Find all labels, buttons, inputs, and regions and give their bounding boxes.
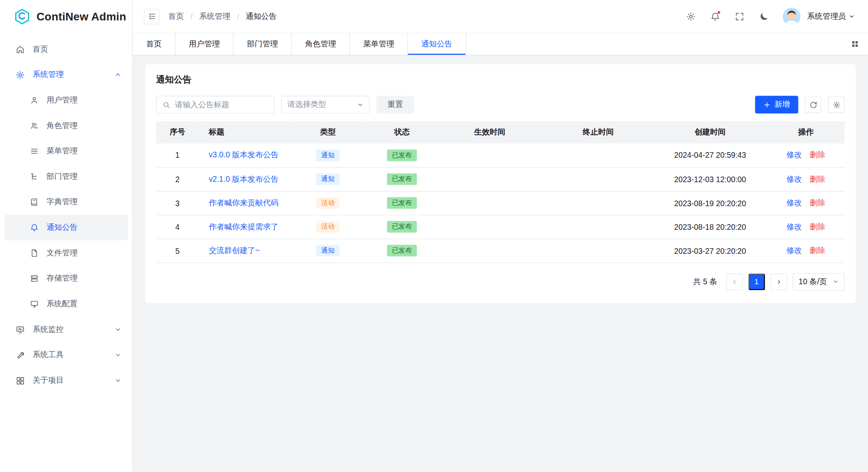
delete-link[interactable]: 删除 <box>810 222 825 231</box>
col-header-actions: 操作 <box>767 121 845 143</box>
chevron-up-icon <box>114 71 121 78</box>
tab-user-mgmt[interactable]: 用户管理 <box>176 33 234 55</box>
main-area: 首页 / 系统管理 / 通知公告 <box>133 0 868 472</box>
effective-time-cell <box>436 191 543 215</box>
sidebar-collapse-button[interactable] <box>144 8 160 24</box>
home-icon <box>16 44 25 54</box>
type-tag: 通知 <box>316 245 339 256</box>
chevron-down-icon <box>357 101 364 108</box>
edit-link[interactable]: 修改 <box>786 174 802 183</box>
sidebar-item-dept-mgmt[interactable]: 部门管理 <box>4 164 128 189</box>
sidebar-item-system-config[interactable]: 系统配置 <box>4 291 128 317</box>
sidebar-item-system[interactable]: 系统管理 <box>4 62 128 88</box>
sidebar-item-file-mgmt[interactable]: 文件管理 <box>4 240 128 266</box>
gear-icon <box>16 70 25 80</box>
title-search-input[interactable] <box>175 100 269 109</box>
status-tag: 已发布 <box>387 149 417 161</box>
app-logo[interactable]: ContiNew Admin <box>0 0 132 33</box>
effective-time-cell <box>436 215 543 239</box>
announcement-title-link[interactable]: 交流群创建了~ <box>209 245 282 255</box>
user-avatar[interactable] <box>783 8 800 25</box>
pagination-next-button[interactable] <box>770 273 787 290</box>
chevron-down-icon <box>114 326 121 333</box>
breadcrumb-item-system[interactable]: 系统管理 <box>199 11 230 21</box>
sidebar-item-label: 系统监控 <box>33 325 107 335</box>
breadcrumb-separator: / <box>190 12 192 21</box>
announcement-title-link[interactable]: 作者喊你来提需求了 <box>209 222 282 232</box>
refresh-button[interactable] <box>805 96 821 113</box>
tab-dept-mgmt[interactable]: 部门管理 <box>234 33 292 55</box>
sidebar-item-user-mgmt[interactable]: 用户管理 <box>4 88 128 113</box>
tab-role-mgmt[interactable]: 角色管理 <box>292 33 350 55</box>
edit-link[interactable]: 修改 <box>786 222 802 231</box>
announcement-title-link[interactable]: v3.0.0 版本发布公告 <box>209 150 282 160</box>
sidebar-item-label: 系统配置 <box>46 299 121 309</box>
delete-link[interactable]: 删除 <box>810 150 825 159</box>
dark-mode-moon-icon[interactable] <box>754 6 774 26</box>
table-row: 5 交流群创建了~ 通知 已发布 2023-03-27 20:20:20 修改删… <box>156 239 845 262</box>
sidebar-item-dict-mgmt[interactable]: 字典管理 <box>4 189 128 215</box>
announcement-card: 通知公告 请选择类型 重置 <box>145 64 856 303</box>
user-menu[interactable]: 系统管理员 <box>805 11 857 21</box>
page-content: 通知公告 请选择类型 重置 <box>133 55 868 472</box>
end-time-cell <box>543 167 653 191</box>
row-index: 4 <box>156 215 199 239</box>
sidebar-item-announcement[interactable]: 通知公告 <box>4 215 128 241</box>
col-header-created: 创建时间 <box>653 121 767 143</box>
breadcrumb-item-home[interactable]: 首页 <box>168 11 184 21</box>
created-time-cell: 2023-08-18 20:20:20 <box>653 215 767 239</box>
sidebar-item-menu-mgmt[interactable]: 菜单管理 <box>4 139 128 164</box>
settings-icon[interactable] <box>681 6 701 26</box>
tree-icon <box>30 172 39 181</box>
sidebar-item-storage-mgmt[interactable]: 存储管理 <box>4 266 128 291</box>
type-select[interactable]: 请选择类型 <box>281 96 370 113</box>
end-time-cell <box>543 191 653 215</box>
col-header-no: 序号 <box>156 121 199 143</box>
notification-bell-icon[interactable] <box>705 6 725 26</box>
sidebar-item-tools[interactable]: 系统工具 <box>4 342 128 368</box>
sidebar-item-label: 字典管理 <box>46 197 121 207</box>
table-row: 3 作者喊你来贡献代码 活动 已发布 2023-08-19 20:20:20 修… <box>156 191 845 215</box>
fullscreen-icon[interactable] <box>730 6 750 26</box>
tab-label: 首页 <box>146 39 162 49</box>
breadcrumb-item-current: 通知公告 <box>246 11 277 21</box>
sidebar-item-label: 关于项目 <box>33 376 107 386</box>
announcement-title-link[interactable]: v2.1.0 版本发布公告 <box>209 174 282 184</box>
sidebar-item-label: 部门管理 <box>46 172 121 182</box>
chevron-down-icon <box>114 377 121 384</box>
sidebar-item-role-mgmt[interactable]: 角色管理 <box>4 113 128 139</box>
tab-announcement[interactable]: 通知公告 <box>408 33 466 55</box>
pagination-prev-button[interactable] <box>726 273 742 290</box>
reset-button[interactable]: 重置 <box>377 96 414 113</box>
created-time-cell: 2024-04-27 20:59:43 <box>653 143 767 167</box>
delete-link[interactable]: 删除 <box>810 245 825 254</box>
announcement-title-link[interactable]: 作者喊你来贡献代码 <box>209 198 282 208</box>
tab-menu-mgmt[interactable]: 菜单管理 <box>350 33 408 55</box>
sidebar-item-label: 首页 <box>33 44 121 54</box>
pagination-page-1[interactable]: 1 <box>748 273 765 290</box>
edit-link[interactable]: 修改 <box>786 198 802 207</box>
table-settings-button[interactable] <box>828 96 844 113</box>
row-index: 5 <box>156 239 199 262</box>
edit-link[interactable]: 修改 <box>786 150 802 159</box>
created-time-cell: 2023-12-03 12:00:00 <box>653 167 767 191</box>
tab-actions-grid-icon[interactable] <box>842 33 868 55</box>
end-time-cell <box>543 143 653 167</box>
plus-icon <box>764 101 771 108</box>
app-title: ContiNew Admin <box>36 10 126 23</box>
sidebar-menu: 首页 系统管理 用户管理 角色 <box>0 33 132 472</box>
add-button[interactable]: 新增 <box>755 96 798 113</box>
sidebar-item-about[interactable]: 关于项目 <box>4 368 128 394</box>
delete-link[interactable]: 删除 <box>810 198 825 207</box>
edit-link[interactable]: 修改 <box>786 245 802 254</box>
sidebar-item-label: 存储管理 <box>46 273 121 283</box>
page-size-select[interactable]: 10 条/页 <box>792 273 845 290</box>
delete-link[interactable]: 删除 <box>810 174 825 183</box>
effective-time-cell <box>436 167 543 191</box>
tab-home[interactable]: 首页 <box>133 33 176 55</box>
sidebar-item-label: 角色管理 <box>46 121 121 131</box>
sidebar-item-home[interactable]: 首页 <box>4 36 128 62</box>
sidebar-item-monitor[interactable]: 系统监控 <box>4 317 128 342</box>
announcement-table: 序号 标题 类型 状态 生效时间 终止时间 创建时间 操作 1 <box>156 121 845 263</box>
user-name: 系统管理员 <box>807 11 846 21</box>
